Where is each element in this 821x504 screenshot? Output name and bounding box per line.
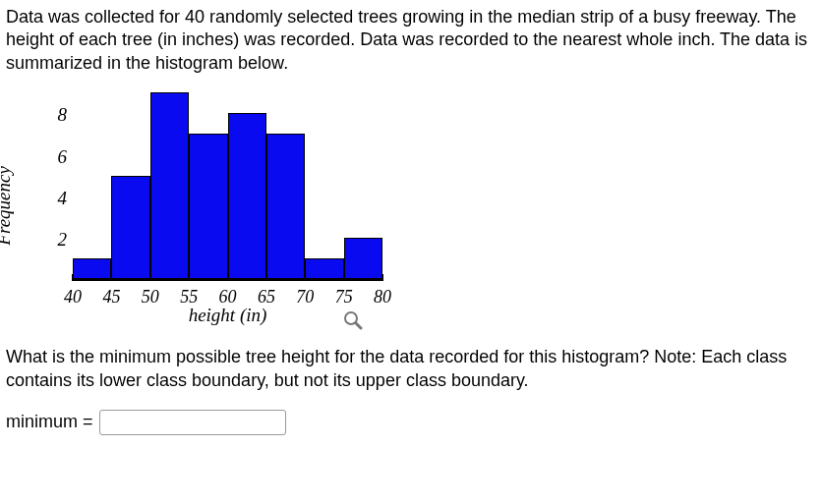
bar [189,134,227,279]
bar [73,258,111,279]
y-ticks: 2468 [43,94,67,281]
bar [150,92,189,279]
y-tick-label: 8 [58,104,68,126]
plot-area [73,94,382,281]
y-axis-label: Frequency [0,166,15,246]
bar [266,134,305,279]
x-ticks: 404550556065707580 [73,283,382,307]
bar [305,258,343,279]
svg-line-1 [356,323,361,328]
bar [228,113,266,279]
magnify-icon[interactable] [343,310,363,334]
y-tick-label: 6 [58,146,68,168]
bars-container [73,94,382,279]
answer-label: minimum = [6,412,93,432]
bar [344,238,382,279]
problem-intro: Data was collected for 40 randomly selec… [6,6,815,75]
answer-row: minimum = [6,410,815,435]
histogram-chart: Frequency 2468 404550556065707580 height… [14,94,407,330]
question-text: What is the minimum possible tree height… [6,346,815,392]
bar [111,176,149,280]
y-tick-label: 4 [58,188,68,209]
x-axis-label: height (in) [73,305,382,326]
y-tick-label: 2 [58,229,68,251]
minimum-input[interactable] [99,410,286,435]
